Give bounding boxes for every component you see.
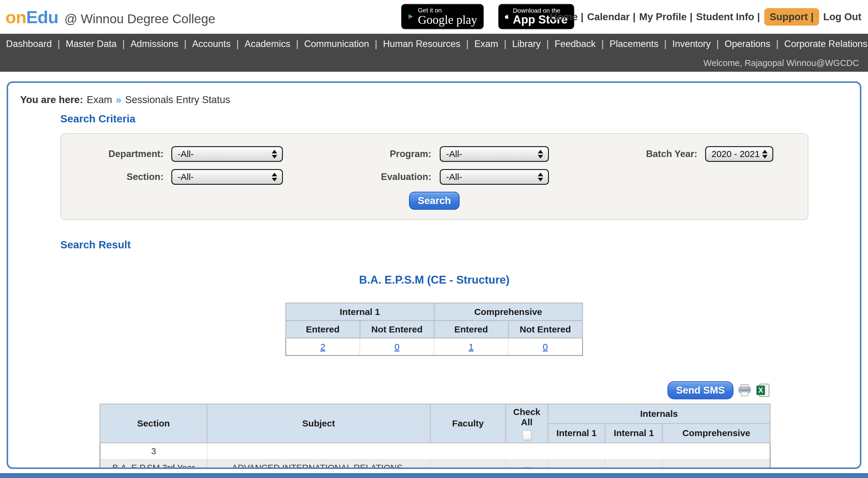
nav-item-exam[interactable]: Exam xyxy=(474,39,512,49)
batch-year-select-value: 2020 - 2021 xyxy=(711,149,760,159)
section-select[interactable]: -All- xyxy=(171,169,283,185)
empty-cell xyxy=(207,443,770,460)
section-count-cell: 3 xyxy=(100,443,207,460)
table-row: 3 xyxy=(100,443,770,460)
table-row: B.A. E.P.SM 3rd Year Sem 1 ADVANCED INTE… xyxy=(100,459,770,469)
details-col-section: Section xyxy=(100,404,207,443)
breadcrumb-separator-icon: » xyxy=(116,94,122,105)
nav-item-dashboard[interactable]: Dashboard xyxy=(6,39,66,49)
college-name: @ Winnou Degree College xyxy=(64,12,215,26)
nav-item-inventory[interactable]: Inventory xyxy=(672,39,725,49)
nav-item-human-resources[interactable]: Human Resources xyxy=(383,39,474,49)
welcome-text: Welcome, Rajagopal Winnou@WGCDC xyxy=(703,58,859,68)
check-all-checkbox[interactable] xyxy=(522,431,531,440)
breadcrumb: You are here: Exam » Sessionals Entry St… xyxy=(8,83,860,105)
nav-item-feedback[interactable]: Feedback xyxy=(555,39,610,49)
summary-col-not-entered-1: Not Entered xyxy=(360,321,434,338)
details-col-comprehensive: Comprehensive xyxy=(662,423,770,443)
evaluation-select-value: -All- xyxy=(446,172,462,182)
details-col-internal-1b: Internal 1 xyxy=(605,423,662,443)
evaluation-label: Evaluation: xyxy=(283,171,431,182)
section-select-value: -All- xyxy=(178,172,194,182)
breadcrumb-current-page: Sessionals Entry Status xyxy=(125,94,230,105)
comprehensive-entered-count-link[interactable]: 1 xyxy=(469,342,474,352)
main-nav-items: Dashboard Master Data Admissions Account… xyxy=(0,34,868,54)
nav-item-corporate-relations[interactable]: Corporate Relations xyxy=(784,39,868,49)
header-link-log-out[interactable]: Log Out xyxy=(822,11,863,23)
apple-icon xyxy=(505,8,508,25)
internal1a-entered-check-icon: ✓ xyxy=(548,459,605,469)
breadcrumb-link-exam[interactable]: Exam xyxy=(87,94,112,105)
sessionals-summary-table: Internal 1 Comprehensive Entered Not Ent… xyxy=(285,303,583,356)
row-checkbox[interactable] xyxy=(522,467,531,469)
header-link-my-profile[interactable]: My Profile xyxy=(637,11,694,23)
nav-item-placements[interactable]: Placements xyxy=(610,39,672,49)
comprehensive-not-entered-count-link[interactable]: 0 xyxy=(542,342,548,352)
excel-export-icon[interactable]: X xyxy=(756,383,770,397)
select-stepper-arrows-icon xyxy=(762,150,768,159)
select-stepper-arrows-icon xyxy=(272,173,277,181)
logo-link[interactable]: onEdu @ Winnou Degree College xyxy=(5,7,215,27)
nav-item-library[interactable]: Library xyxy=(512,39,555,49)
logo-part-on: on xyxy=(5,7,26,27)
nav-item-operations[interactable]: Operations xyxy=(725,39,784,49)
select-stepper-arrows-icon xyxy=(538,173,543,181)
faculty-cell: Nitin Sharma xyxy=(430,459,506,469)
nav-item-communication[interactable]: Communication xyxy=(304,39,383,49)
summary-col-entered-2: Entered xyxy=(434,321,508,338)
search-result-title: Search Result xyxy=(60,239,860,251)
details-col-faculty: Faculty xyxy=(430,404,506,443)
department-select-value: -All- xyxy=(178,149,194,159)
search-form-row-2: Section: -All- Evaluation: -All- xyxy=(61,169,808,185)
header-link-home[interactable]: Home xyxy=(548,11,585,23)
nav-item-academics[interactable]: Academics xyxy=(245,39,304,49)
header-link-calendar[interactable]: Calendar xyxy=(585,11,637,23)
header-link-support[interactable]: Support xyxy=(764,8,819,26)
details-col-internal-1a: Internal 1 xyxy=(548,423,605,443)
logo-part-edu: Edu xyxy=(26,7,59,27)
summary-values-row: 2 0 1 0 xyxy=(286,338,582,355)
department-select[interactable]: -All- xyxy=(171,146,283,162)
details-col-subject: Subject xyxy=(207,404,430,443)
program-label: Program: xyxy=(283,148,431,160)
nav-item-admissions[interactable]: Admissions xyxy=(131,39,192,49)
printer-icon[interactable] xyxy=(738,384,752,397)
search-criteria-title: Search Criteria xyxy=(60,113,860,125)
google-play-line2: Google play xyxy=(418,13,477,26)
department-label: Department: xyxy=(61,148,163,160)
evaluation-select[interactable]: -All- xyxy=(440,169,549,185)
program-select-value: -All- xyxy=(446,149,462,159)
table-toolbar: Send SMS X xyxy=(8,381,770,399)
batch-year-label: Batch Year: xyxy=(549,148,697,160)
program-select[interactable]: -All- xyxy=(440,146,549,162)
batch-year-select[interactable]: 2020 - 2021 xyxy=(705,146,773,162)
bottom-bar xyxy=(0,473,868,478)
internal1b-entered-check-icon: ✓ xyxy=(605,459,662,469)
google-play-icon xyxy=(408,8,413,25)
header-link-student-info[interactable]: Student Info xyxy=(694,11,762,23)
details-group-internals: Internals xyxy=(548,404,770,424)
welcome-bar: Welcome, Rajagopal Winnou@WGCDC xyxy=(0,54,868,72)
subject-cell: ADVANCED INTERNATIONAL RELATIONS-UG/DSE/… xyxy=(207,459,430,469)
sessionals-details-table: Section Subject Faculty Check All Intern… xyxy=(99,404,771,469)
search-form-row-1: Department: -All- Program: -All- Batch Y… xyxy=(61,146,808,162)
search-button[interactable]: Search xyxy=(409,192,460,210)
select-stepper-arrows-icon xyxy=(272,150,277,159)
comprehensive-entered-check-icon: ✓ xyxy=(662,459,770,469)
google-play-badge[interactable]: Get it on Google play xyxy=(401,4,484,29)
structure-title: B.A. E.P.S.M (CE - Structure) xyxy=(60,274,808,286)
nav-item-master-data[interactable]: Master Data xyxy=(66,39,131,49)
nav-item-accounts[interactable]: Accounts xyxy=(192,39,245,49)
internal1-not-entered-count-link[interactable]: 0 xyxy=(395,342,400,352)
details-col-check-all: Check All xyxy=(506,404,548,443)
breadcrumb-prefix: You are here: xyxy=(20,94,83,105)
svg-text:X: X xyxy=(758,386,763,394)
send-sms-button[interactable]: Send SMS xyxy=(668,381,734,399)
summary-group-comprehensive: Comprehensive xyxy=(434,303,582,321)
google-play-line1: Get it on xyxy=(418,7,477,13)
summary-group-internal-1: Internal 1 xyxy=(286,303,434,321)
summary-col-not-entered-2: Not Entered xyxy=(508,321,582,338)
header-quick-links: Home Calendar My Profile Student Info Su… xyxy=(548,0,863,34)
section-label: Section: xyxy=(61,171,163,182)
internal1-entered-count-link[interactable]: 2 xyxy=(320,342,326,352)
